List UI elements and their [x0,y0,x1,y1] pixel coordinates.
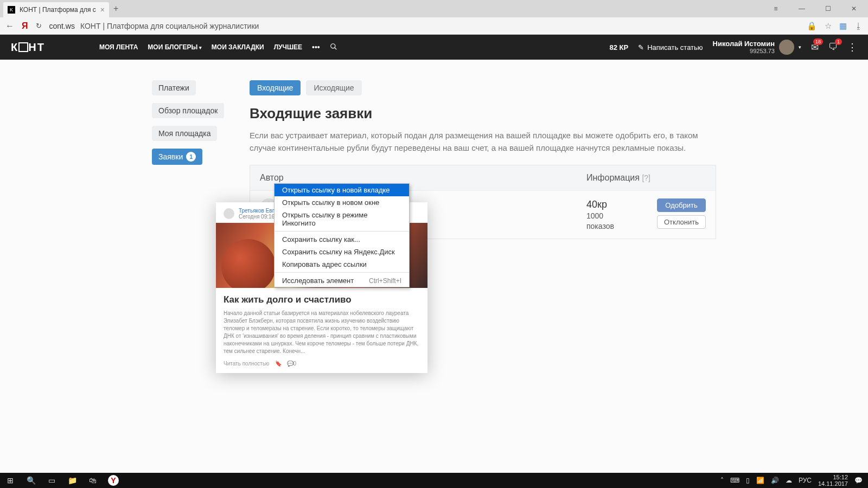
tray-wifi-icon[interactable]: 📶 [756,477,764,484]
requests-count-badge: 1 [186,152,196,162]
window-maximize-button[interactable]: ☐ [816,1,840,16]
chevron-down-icon: ▾ [799,44,801,50]
comment-icon[interactable]: 💬0 [287,361,297,367]
nav-feed[interactable]: МОЯ ЛЕНТА [99,43,138,51]
explorer-icon[interactable]: 📁 [62,476,82,485]
row-price: 40кр [586,198,657,211]
user-balance: 99253.73 [713,48,775,54]
nav-bookmarks[interactable]: МОИ ЗАКЛАДКИ [212,43,264,51]
taskbar: ⊞ 🔍 ▭ 📁 🛍 Y ˄ ⌨ ▯ 📶 🔊 ☁ РУС 15:12 14.11.… [0,473,868,488]
context-menu: Открыть ссылку в новой вкладке Открыть с… [274,183,410,287]
window-titlebar: K КОНТ | Платформа для с × + ≡ — ☐ ✕ [0,0,868,17]
tray-notifications-icon[interactable]: 💬 [854,477,863,484]
ctx-save-as[interactable]: Сохранить ссылку как... [275,233,409,246]
col-info: Информация [?] [586,173,657,183]
write-article-button[interactable]: ✎ Написать статью [638,43,703,52]
address-bar: ← Я ↻ cont.ws КОНТ | Платформа для социа… [0,17,868,35]
browser-tab[interactable]: K КОНТ | Платформа для с × [3,2,109,17]
svg-line-1 [335,47,337,49]
yandex-browser-icon[interactable]: Y [108,475,119,486]
settings-menu-icon[interactable]: ⋮ [847,41,857,53]
row-views-label: показов [586,221,657,231]
user-name: Николай Истомин [713,40,775,48]
ctx-inspect[interactable]: Исследовать элемент Ctrl+Shift+I [275,274,409,287]
search-icon[interactable] [330,43,337,52]
tray-battery-icon[interactable]: ▯ [746,477,750,484]
tray-keyboard-icon[interactable]: ⌨ [730,477,739,484]
messages-icon[interactable]: ✉18 [811,42,819,53]
card-avatar [224,208,234,219]
svg-point-0 [331,43,335,48]
approve-button[interactable]: Одобрить [657,198,706,212]
back-button[interactable]: ← [5,21,14,31]
nav-bloggers[interactable]: МОИ БЛОГЕРЫ [148,43,201,51]
taskview-button[interactable]: ▭ [41,476,62,485]
search-button[interactable]: 🔍 [21,476,41,485]
tab-incoming[interactable]: Входящие [250,80,301,95]
new-tab-button[interactable]: + [113,4,118,14]
url-title: КОНТ | Платформа для социальной журналис… [80,22,259,30]
card-read-more[interactable]: Читать полностью [224,361,270,367]
bookmark-icon[interactable]: 🔖 [275,361,282,367]
user-menu[interactable]: Николай Истомин 99253.73 ▾ [713,40,801,55]
tab-close-icon[interactable]: × [100,5,105,14]
reject-button[interactable]: Отклонить [657,215,706,229]
site-header: КНТ МОЯ ЛЕНТА МОИ БЛОГЕРЫ МОИ ЗАКЛАДКИ Л… [0,35,868,60]
tray-lang[interactable]: РУС [799,477,812,484]
site-logo[interactable]: КНТ [11,41,45,54]
kp-balance[interactable]: 82 КР [609,43,628,52]
card-title[interactable]: Как жить долго и счастливо [216,288,427,310]
tray-cloud-icon[interactable]: ☁ [786,477,792,484]
ctx-save-yadisk[interactable]: Сохранить ссылку на Яндекс.Диск [275,246,409,258]
tray-clock[interactable]: 15:12 14.11.2017 [818,474,848,487]
info-help-icon[interactable]: [?] [642,174,650,182]
nav-more-icon[interactable]: ••• [312,43,320,52]
tab-outgoing[interactable]: Исходящие [306,80,361,95]
start-button[interactable]: ⊞ [0,476,21,485]
sidebar-item-myplace[interactable]: Моя площадка [152,126,217,141]
url-host: cont.ws [49,22,75,30]
pencil-icon: ✎ [638,43,644,52]
window-close-button[interactable]: ✕ [842,1,866,16]
extension-icon[interactable]: ▦ [839,21,847,31]
row-views: 1000 [586,211,657,221]
sidebar-item-requests[interactable]: Заявки 1 [152,149,202,165]
notifications-icon[interactable]: 🗨1 [828,42,838,53]
user-avatar [779,40,794,55]
bookmark-star-icon[interactable]: ☆ [825,21,832,31]
page-body: Платежи Обзор площадок Моя площадка Заяв… [0,60,868,473]
downloads-icon[interactable]: ⭳ [854,21,863,30]
tab-title: КОНТ | Платформа для с [20,6,96,14]
sidebar-item-payments[interactable]: Платежи [152,80,196,95]
tray-up-icon[interactable]: ˄ [720,477,724,484]
col-author: Автор [260,173,586,183]
tray-volume-icon[interactable]: 🔊 [771,477,779,484]
window-minimize-button[interactable]: — [790,1,814,16]
browser-menu-icon[interactable]: ≡ [764,1,788,16]
tab-favicon: K [8,6,15,14]
ctx-open-new-window[interactable]: Открыть ссылку в новом окне [275,196,409,209]
ctx-copy-link[interactable]: Копировать адрес ссылки [275,258,409,271]
reload-button[interactable]: ↻ [36,22,42,30]
store-icon[interactable]: 🛍 [82,476,103,485]
card-excerpt: Начало данной статьи базируется на матер… [216,310,427,361]
url-field[interactable]: cont.ws КОНТ | Платформа для социальной … [49,22,800,30]
ctx-open-incognito[interactable]: Открыть ссылку в режиме Инкогнито [275,209,409,229]
yandex-icon[interactable]: Я [22,21,28,31]
sidebar-item-overview[interactable]: Обзор площадок [152,103,224,118]
site-lock-icon[interactable]: 🔒 [807,21,817,31]
page-title: Входящие заявки [250,105,716,122]
page-description: Если вас устраивает материал, который по… [250,130,716,154]
ctx-open-new-tab[interactable]: Открыть ссылку в новой вкладке [275,184,409,196]
nav-best[interactable]: ЛУЧШЕЕ [274,43,302,51]
